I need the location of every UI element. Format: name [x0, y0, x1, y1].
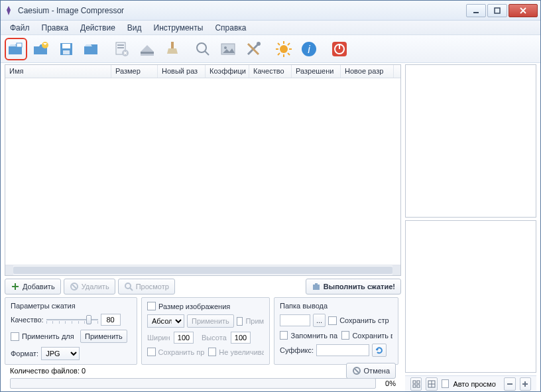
svg-point-22 — [125, 283, 131, 289]
output-panel: Папка вывода ... Сохранить стр Запомнить… — [274, 297, 398, 365]
keep-ratio-checkbox[interactable] — [147, 348, 156, 356]
window-controls — [466, 4, 538, 17]
col-name[interactable]: Имя — [5, 65, 111, 78]
progress-bar — [10, 378, 376, 389]
title-bar: Caesium - Image Compressor — [1, 1, 540, 21]
svg-rect-27 — [413, 385, 416, 387]
toolbar-save[interactable] — [55, 38, 78, 60]
size-apply-checkbox[interactable] — [237, 317, 243, 326]
suffix-label: Суффикс: — [280, 346, 314, 354]
toolbar-settings[interactable] — [242, 38, 265, 60]
output-path-input[interactable] — [280, 314, 310, 326]
apply-quality-button[interactable]: Применить — [80, 330, 127, 343]
col-resolution[interactable]: Разрешени — [292, 65, 341, 78]
apply-all-label: Применить для — [22, 332, 78, 340]
fit-original-button[interactable] — [410, 377, 422, 391]
file-count-label: Количество файлов: 0 — [10, 367, 86, 375]
toolbar-zoom[interactable] — [192, 38, 214, 60]
preview-original — [405, 64, 536, 218]
zoom-out-button[interactable] — [504, 377, 515, 391]
menu-edit[interactable]: Правка — [36, 22, 74, 34]
minimize-button[interactable] — [466, 4, 486, 17]
apply-all-checkbox[interactable] — [11, 332, 19, 341]
svg-rect-6 — [63, 50, 70, 54]
svg-rect-23 — [313, 285, 320, 290]
save-in-checkbox[interactable] — [341, 331, 349, 340]
svg-rect-8 — [117, 44, 124, 46]
zoom-in-button[interactable] — [520, 377, 531, 391]
resize-enable-checkbox[interactable] — [147, 302, 156, 310]
toolbar-remove-list[interactable] — [111, 38, 133, 60]
menu-tools[interactable]: Инструменты — [149, 22, 209, 34]
width-label: Ширин — [147, 334, 171, 342]
svg-point-16 — [280, 45, 288, 53]
toolbar-open-files[interactable] — [5, 38, 27, 60]
no-enlarge-checkbox[interactable] — [208, 348, 217, 356]
toolbar-export[interactable] — [136, 38, 158, 60]
maximize-button[interactable] — [487, 4, 507, 17]
list-header: Имя Размер Новый раз Коэффици Качество Р… — [5, 65, 400, 78]
toolbar-browse-folder[interactable] — [80, 38, 103, 60]
status-row: Количество файлов: 0 Отмена — [5, 365, 401, 377]
svg-point-14 — [224, 46, 227, 49]
size-apply-button[interactable]: Применить — [187, 314, 234, 328]
list-body[interactable] — [5, 78, 400, 265]
width-input[interactable] — [174, 332, 194, 344]
file-list: Имя Размер Новый раз Коэффици Качество Р… — [5, 64, 401, 276]
keep-struct-checkbox[interactable] — [328, 316, 337, 325]
close-button[interactable] — [509, 4, 538, 17]
size-mode-select[interactable]: Абсол — [147, 314, 184, 328]
list-hscroll[interactable] — [5, 265, 400, 275]
compression-panel: Параметры сжатия Качество: Применить для — [5, 297, 137, 365]
toolbar-info[interactable]: i — [298, 38, 320, 60]
compress-button[interactable]: Выполнить сжатие! — [306, 279, 401, 294]
remove-button[interactable]: Удалить — [64, 279, 115, 294]
svg-rect-25 — [413, 381, 416, 383]
menu-bar: Файл Правка Действие Вид Инструменты Спр… — [1, 21, 540, 35]
svg-point-12 — [197, 43, 206, 52]
size-title: Размер изображения — [158, 302, 230, 310]
preview-button[interactable]: Просмотр — [118, 279, 175, 294]
svg-rect-2 — [17, 43, 22, 47]
auto-preview-checkbox[interactable] — [442, 379, 449, 388]
quality-label: Качество: — [11, 316, 44, 324]
toolbar-update[interactable] — [272, 38, 295, 60]
left-pane: Имя Размер Новый раз Коэффици Качество Р… — [5, 64, 401, 391]
toolbar-clear[interactable] — [161, 38, 184, 60]
suffix-reset-button[interactable] — [372, 344, 387, 357]
svg-rect-0 — [473, 12, 479, 13]
size-panel: Размер изображения Абсол Применить Приме… — [141, 297, 270, 365]
main-area: Имя Размер Новый раз Коэффици Качество Р… — [1, 63, 540, 391]
svg-rect-28 — [417, 385, 420, 387]
col-size[interactable]: Размер — [111, 65, 158, 78]
menu-file[interactable]: Файл — [5, 22, 35, 34]
progress-percent: 0% — [380, 379, 396, 387]
height-label: Высота — [202, 334, 228, 342]
add-button[interactable]: Добавить — [5, 279, 61, 294]
toolbar-add-folder[interactable] — [30, 38, 52, 60]
remember-checkbox[interactable] — [280, 331, 288, 340]
suffix-input[interactable] — [316, 344, 369, 356]
fit-both-button[interactable] — [426, 377, 437, 391]
col-newres[interactable]: Новое разр — [341, 65, 394, 78]
quality-slider[interactable] — [46, 314, 98, 326]
menu-help[interactable]: Справка — [210, 22, 251, 34]
browse-output-button[interactable]: ... — [313, 314, 326, 327]
menu-view[interactable]: Вид — [122, 22, 147, 34]
window-title: Caesium - Image Compressor — [18, 6, 466, 15]
app-window: Caesium - Image Compressor Файл Правка Д… — [0, 0, 541, 392]
svg-rect-5 — [62, 44, 70, 48]
col-newsize[interactable]: Новый раз — [158, 65, 206, 78]
col-ratio[interactable]: Коэффици — [206, 65, 249, 78]
col-quality[interactable]: Качество — [249, 65, 292, 78]
toolbar-image[interactable] — [217, 38, 239, 60]
menu-action[interactable]: Действие — [75, 22, 121, 34]
format-select[interactable]: JPG — [41, 347, 80, 360]
compression-title: Параметры сжатия — [11, 302, 131, 310]
quality-input[interactable] — [101, 314, 121, 326]
right-pane: Авто просмотр — [405, 64, 536, 391]
toolbar-exit[interactable] — [328, 38, 351, 60]
svg-text:i: i — [308, 44, 310, 55]
height-input[interactable] — [231, 332, 251, 344]
bottom-panels: Параметры сжатия Качество: Применить для — [5, 297, 401, 365]
